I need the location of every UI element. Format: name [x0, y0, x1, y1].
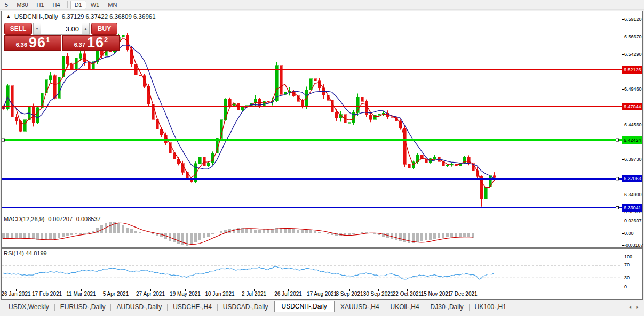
- rsi-line: [3, 266, 494, 279]
- tab-uk100-h1[interactable]: UK100-,H1: [470, 302, 512, 312]
- date-axis-label: 27 Apr 2021: [132, 291, 169, 297]
- buy-price-box[interactable]: 6.37 16 2: [62, 35, 120, 51]
- date-axis-label: 10 Jun 2021: [201, 291, 238, 297]
- trading-terminal: 5M30H1H4D1W1MN ▲ USDCNH-,Daily 6.37129 6…: [0, 0, 644, 316]
- price-tick-label: 6.34900: [624, 192, 643, 197]
- date-axis-label: 11 Mar 2021: [62, 291, 100, 297]
- macd-tick-label: 0.00: [624, 231, 643, 236]
- price-tick-label: 6.56670: [624, 34, 643, 39]
- candles-layer: [2, 30, 496, 206]
- timeframe-button-m30[interactable]: M30: [12, 1, 32, 9]
- sell-price-prefix: 6.36: [16, 42, 27, 48]
- toolbar-separator: [67, 1, 68, 8]
- tab-scroll-arrows: ◂ ▸: [625, 304, 639, 310]
- toolbar-separator: [124, 1, 124, 8]
- buy-price-pip-digit: 2: [104, 36, 108, 44]
- rsi-tick-label: 0: [624, 284, 643, 289]
- line-selection-handle: [2, 139, 5, 141]
- line-selection-handle: [616, 177, 619, 180]
- sell-price-big-digits: 96: [29, 36, 46, 50]
- tab-separator: [512, 304, 512, 311]
- price-tick-label: 6.59120: [624, 17, 643, 22]
- buy-price-big-digits: 16: [87, 36, 104, 50]
- tab-audusd-daily[interactable]: AUDUSD-,Daily: [111, 302, 167, 312]
- date-axis-label: 26 Jul 2021: [269, 291, 307, 297]
- sell-price-box[interactable]: 6.36 96 1: [4, 35, 61, 51]
- price-tick-label: 6.39730: [624, 157, 643, 162]
- chart-tab-bar: USDX,WeeklyEURUSD-,DailyAUDUSD-,DailyUSD…: [0, 300, 644, 314]
- chart-title-bar: ▲ USDCNH-,Daily 6.37129 6.37422 6.36809 …: [6, 13, 156, 20]
- tab-xauusd-h4[interactable]: XAUUSD-,H4: [335, 302, 385, 312]
- buy-price-prefix: 6.37: [74, 42, 85, 48]
- tab-dj30-daily[interactable]: DJ30-,Daily: [425, 302, 469, 312]
- timeframe-button-5[interactable]: 5: [1, 1, 12, 9]
- tab-usdcad-daily[interactable]: USDCAD-,Daily: [218, 302, 274, 312]
- level-price-label: 6.37063: [622, 175, 642, 182]
- level-price-label: 6.33041: [622, 204, 642, 212]
- date-axis-label: 2 Jul 2021: [235, 291, 273, 297]
- timeframe-button-h1[interactable]: H1: [33, 1, 49, 9]
- tab-scroll-left-icon[interactable]: ◂: [629, 304, 631, 310]
- tab-eurusd-daily[interactable]: EURUSD-,Daily: [55, 302, 111, 312]
- level-price-label: 6.47044: [622, 103, 642, 110]
- rsi-tick-label: 30: [624, 275, 643, 280]
- timeframe-button-w1[interactable]: W1: [86, 1, 104, 9]
- macd-tick-label: -0.03187: [624, 242, 643, 248]
- sell-button[interactable]: SELL: [4, 23, 32, 35]
- line-selection-handle: [616, 139, 619, 141]
- one-click-trade-panel: SELL ▼ ▲ BUY 6.36 96 1 6.37 16 2: [4, 23, 120, 51]
- macd-tick-label: 0.02607: [624, 218, 643, 223]
- volume-input[interactable]: [41, 23, 82, 35]
- date-axis-label: 17 Feb 2021: [28, 291, 66, 297]
- chart-ohlc-values: 6.37129 6.37422 6.36809 6.36961: [62, 13, 156, 20]
- date-axis-label: 7 Dec 2021: [445, 291, 482, 297]
- volume-increase-button[interactable]: ▲: [82, 23, 90, 35]
- rsi-tick-label: 100: [624, 254, 643, 260]
- rsi-pane: [2, 266, 622, 279]
- date-axis-label: 5 Apr 2021: [97, 291, 134, 297]
- macd-signal-line: [3, 223, 473, 244]
- trade-prices-row: 6.36 96 1 6.37 16 2: [4, 35, 120, 51]
- level-lines: [2, 70, 622, 209]
- price-tick-label: 6.44560: [624, 122, 643, 127]
- price-tick-label: 6.54290: [624, 52, 643, 57]
- tab-scroll-right-icon[interactable]: ▸: [636, 304, 639, 310]
- tab-usdcnh-daily[interactable]: USDCNH-,Daily: [274, 301, 335, 312]
- level-price-label: 6.52126: [622, 66, 642, 74]
- collapse-panel-icon[interactable]: ▲: [6, 14, 11, 19]
- rsi-tick-label: 70: [624, 262, 643, 268]
- tab-ukoil-h4[interactable]: UKOil-,H4: [385, 302, 425, 312]
- buy-button[interactable]: BUY: [91, 23, 117, 35]
- chart-window: ▲ USDCNH-,Daily 6.37129 6.37422 6.36809 …: [1, 11, 643, 300]
- line-selection-handle: [616, 206, 619, 209]
- date-axis-label: 19 May 2021: [166, 291, 204, 297]
- price-tick-label: 6.49460: [624, 86, 643, 92]
- rsi-indicator-label: RSI(14) 44.8199: [4, 250, 47, 256]
- macd-indicator-label: MACD(12,26,9) -0.007207 -0.008537: [4, 216, 101, 222]
- volume-decrease-button[interactable]: ▼: [33, 23, 41, 35]
- trade-buttons-row: SELL ▼ ▲ BUY: [4, 23, 120, 35]
- timeframe-button-h4[interactable]: H4: [49, 1, 65, 9]
- timeframe-button-mn[interactable]: MN: [104, 1, 121, 9]
- sell-price-pip-digit: 1: [46, 36, 50, 44]
- chart-canvas[interactable]: [2, 11, 642, 299]
- timeframe-button-d1[interactable]: D1: [70, 1, 86, 9]
- tab-usdx-weekly[interactable]: USDX,Weekly: [3, 302, 54, 312]
- macd-pane: [2, 222, 474, 246]
- level-price-label: 6.42424: [622, 136, 642, 144]
- chart-client-area: ▲ USDCNH-,Daily 6.37129 6.37422 6.36809 …: [2, 11, 642, 299]
- timeframe-toolbar: 5M30H1H4D1W1MN: [0, 0, 644, 10]
- chart-symbol-label: USDCNH-,Daily: [14, 13, 58, 20]
- tab-usdchf-h4[interactable]: USDCHF-,H4: [168, 302, 217, 312]
